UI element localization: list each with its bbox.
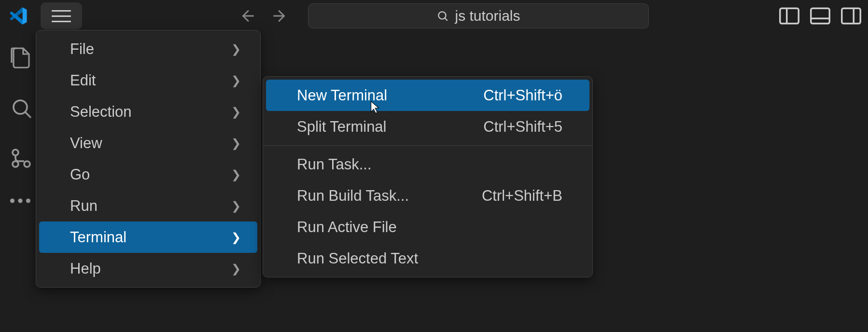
submenu-run-build-task[interactable]: Run Build Task... Ctrl+Shift+B <box>266 180 589 211</box>
search-box[interactable]: js tutorials <box>308 3 649 28</box>
menu-label: Help <box>70 260 101 277</box>
svg-point-14 <box>13 161 18 167</box>
svg-rect-4 <box>780 8 799 24</box>
menu-go[interactable]: Go ❯ <box>39 159 257 190</box>
svg-point-12 <box>13 150 18 155</box>
nav-back-button[interactable] <box>238 5 259 27</box>
chevron-right-icon: ❯ <box>231 74 241 87</box>
chevron-right-icon: ❯ <box>231 42 241 56</box>
terminal-submenu: New Terminal Ctrl+Shift+ö Split Terminal… <box>263 76 593 277</box>
source-control-icon[interactable] <box>10 147 33 170</box>
menu-run[interactable]: Run ❯ <box>39 190 257 221</box>
menu-label: File <box>70 41 94 58</box>
svg-point-15 <box>10 198 14 203</box>
menu-file[interactable]: File ❯ <box>39 33 257 65</box>
chevron-right-icon: ❯ <box>231 262 241 276</box>
submenu-label: Run Active File <box>297 219 397 236</box>
submenu-shortcut: Ctrl+Shift+ö <box>483 87 562 104</box>
submenu-label: Run Build Task... <box>297 187 409 205</box>
menu-label: Terminal <box>70 229 126 246</box>
menu-edit[interactable]: Edit ❯ <box>39 65 257 96</box>
chevron-right-icon: ❯ <box>231 199 241 213</box>
layout-bottom-icon[interactable] <box>810 7 830 25</box>
main-menu: File ❯ Edit ❯ Selection ❯ View ❯ Go ❯ Ru… <box>36 30 261 288</box>
svg-rect-6 <box>811 8 830 24</box>
chevron-right-icon: ❯ <box>231 137 241 150</box>
submenu-label: Run Selected Text <box>297 250 418 267</box>
submenu-shortcut: Ctrl+Shift+B <box>482 187 562 205</box>
layout-icons <box>779 7 863 25</box>
layout-right-icon[interactable] <box>841 7 861 25</box>
submenu-split-terminal[interactable]: Split Terminal Ctrl+Shift+5 <box>266 111 589 142</box>
submenu-run-task[interactable]: Run Task... <box>266 149 589 180</box>
menu-help[interactable]: Help ❯ <box>39 253 257 284</box>
submenu-new-terminal[interactable]: New Terminal Ctrl+Shift+ö <box>266 80 589 111</box>
layout-left-icon[interactable] <box>779 7 799 25</box>
svg-line-3 <box>445 18 448 20</box>
explorer-icon[interactable] <box>10 46 33 69</box>
svg-point-16 <box>18 198 22 203</box>
vscode-logo-icon <box>9 6 28 26</box>
menu-label: View <box>70 135 102 152</box>
menu-label: Selection <box>70 103 132 121</box>
menu-label: Edit <box>70 72 96 89</box>
submenu-label: Run Task... <box>297 156 372 173</box>
submenu-run-active-file[interactable]: Run Active File <box>266 211 589 243</box>
svg-line-11 <box>25 112 31 118</box>
svg-point-17 <box>26 198 30 203</box>
svg-point-10 <box>14 100 27 114</box>
menu-view[interactable]: View ❯ <box>39 127 257 159</box>
submenu-label: Split Terminal <box>297 118 387 136</box>
svg-point-13 <box>24 161 30 167</box>
menu-label: Go <box>70 166 90 183</box>
nav-forward-button[interactable] <box>268 5 290 27</box>
menu-terminal[interactable]: Terminal ❯ <box>39 221 257 253</box>
chevron-right-icon: ❯ <box>231 231 241 244</box>
chevron-right-icon: ❯ <box>231 105 241 119</box>
submenu-shortcut: Ctrl+Shift+5 <box>483 118 562 136</box>
nav-arrows <box>238 5 290 27</box>
menu-label: Run <box>70 197 98 215</box>
hamburger-menu-button[interactable] <box>41 2 82 29</box>
search-text: js tutorials <box>455 8 520 24</box>
search-sidebar-icon[interactable] <box>10 97 33 120</box>
submenu-run-selected-text[interactable]: Run Selected Text <box>266 243 589 274</box>
svg-rect-8 <box>842 8 861 24</box>
chevron-right-icon: ❯ <box>231 168 241 181</box>
menu-selection[interactable]: Selection ❯ <box>39 96 257 127</box>
more-icon[interactable] <box>10 197 33 220</box>
title-bar: js tutorials <box>0 0 868 32</box>
submenu-separator <box>263 145 592 146</box>
submenu-label: New Terminal <box>297 87 387 104</box>
search-icon <box>436 10 449 22</box>
svg-point-2 <box>439 12 446 19</box>
